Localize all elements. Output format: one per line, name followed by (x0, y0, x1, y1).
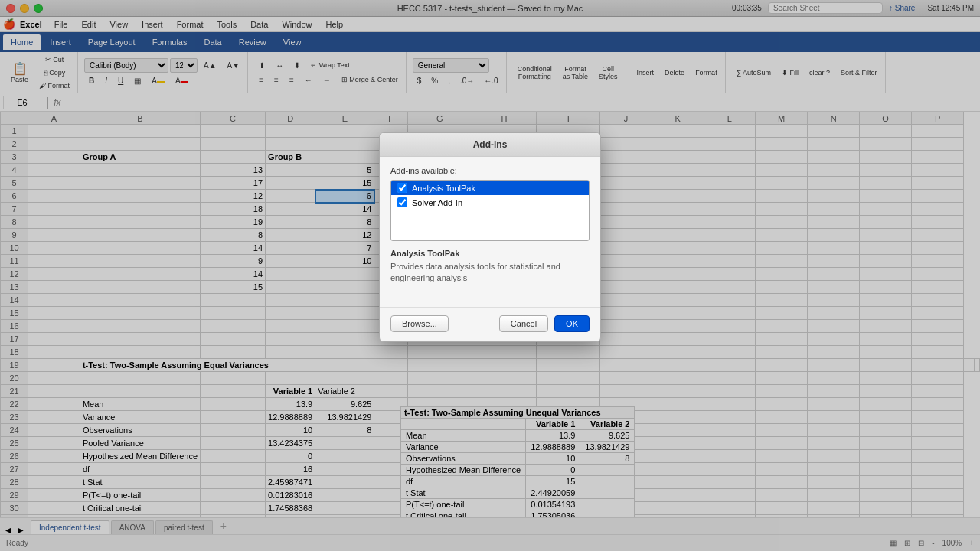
browse-button[interactable]: Browse... (390, 315, 449, 332)
dialog-title: Add-ins (380, 133, 600, 157)
dialog-footer: Browse... Cancel OK (380, 307, 600, 341)
addin-item-analysis[interactable]: Analysis ToolPak (391, 181, 589, 195)
addin-checkbox-analysis[interactable] (397, 183, 407, 193)
dialog-overlay: Add-ins Add-ins available: Analysis Tool… (0, 0, 980, 551)
addin-checkbox-solver[interactable] (397, 197, 407, 207)
addin-description-title: Analysis ToolPak (390, 249, 590, 258)
addins-label: Add-ins available: (390, 166, 590, 175)
dialog-body: Add-ins available: Analysis ToolPak Solv… (380, 157, 600, 301)
addin-name-solver: Solver Add-In (412, 198, 462, 207)
ok-button[interactable]: OK (554, 315, 590, 332)
addins-dialog: Add-ins Add-ins available: Analysis Tool… (379, 132, 601, 342)
addin-description-text: Provides data analysis tools for statist… (390, 261, 590, 292)
addin-name-analysis: Analysis ToolPak (412, 184, 475, 193)
cancel-button[interactable]: Cancel (499, 315, 548, 332)
addin-item-solver[interactable]: Solver Add-In (391, 195, 589, 210)
addins-list[interactable]: Analysis ToolPak Solver Add-In (390, 180, 590, 241)
